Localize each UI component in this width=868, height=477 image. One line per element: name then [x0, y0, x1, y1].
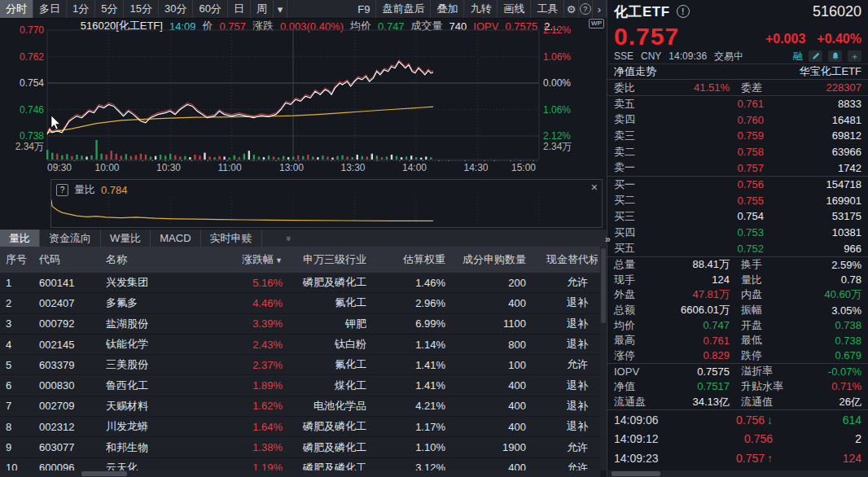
tab-W量比[interactable]: W量比: [101, 230, 151, 247]
table-row-600141[interactable]: 1600141兴发集团5.16%磷肥及磷化工1.46%200允许: [0, 273, 600, 293]
order-book-row-卖五[interactable]: 卖五0.7618833: [607, 96, 868, 112]
cell-subscription-qty: 200: [445, 277, 526, 289]
cell-change-pct: 4.46%: [240, 297, 283, 309]
column-header-代码[interactable]: 代码: [39, 252, 106, 267]
column-header-成分申购数量[interactable]: 成分申购数量: [445, 252, 526, 267]
quote-panel-scrollbar[interactable]: [608, 470, 868, 477]
order-book-row-买一[interactable]: 买一0.756154718: [607, 176, 868, 193]
tick-volume: 124: [773, 452, 861, 465]
toolbar-item-多日[interactable]: 多日: [33, 0, 67, 18]
order-book-row-卖四[interactable]: 卖四0.76016481: [607, 112, 868, 129]
cell-industry: 氟化工: [283, 357, 366, 372]
stat-value: 0.747: [660, 319, 730, 331]
toolbar-item-盘前盘后[interactable]: 盘前盘后: [376, 0, 431, 18]
table-row-002407[interactable]: 2002407多氟多4.46%氟化工2.96%400退补: [0, 293, 600, 313]
book-level-label: 买五: [614, 241, 643, 256]
constituents-table: 序号代码名称涨跌幅▼申万三级行业估算权重成分申购数量现金替代标志 1600141…: [0, 247, 600, 477]
cell-cash-substitute-flag: 退补: [526, 419, 598, 434]
toolbar-item-工具[interactable]: 工具: [531, 0, 564, 18]
toolbar-item-日[interactable]: 日: [228, 0, 251, 18]
order-book-row-买五[interactable]: 买五0.752966: [607, 240, 868, 256]
price-change: +0.003 +0.40%: [765, 32, 861, 49]
order-book: 卖五0.7618833卖四0.76016481卖三0.75969812卖二0.7…: [607, 96, 868, 257]
toolbar-item-分时[interactable]: 分时: [0, 0, 33, 18]
order-book-row-买三[interactable]: 买三0.75453175: [607, 208, 868, 225]
table-row-000792[interactable]: 3000792盐湖股份3.39%钾肥6.99%1100退补: [0, 314, 600, 335]
info-icon[interactable]: !: [677, 5, 690, 18]
x-axis-tick: 11:00: [218, 162, 242, 173]
stat-row-流通盘: 流通盘34.13亿流通值26亿: [607, 394, 868, 409]
order-book-row-卖三[interactable]: 卖三0.75969812: [607, 128, 868, 144]
interval-dropdown-icon[interactable]: ▾: [274, 0, 287, 18]
order-book-row-买二[interactable]: 买二0.755169901: [607, 193, 868, 209]
y-axis-right-tick: 1.06%: [543, 51, 571, 63]
help-icon[interactable]: ?: [579, 0, 593, 18]
security-code: 516020: [813, 3, 861, 20]
toolbar-item-九转[interactable]: 九转: [464, 0, 498, 18]
volume-ratio-value: 0.784: [101, 184, 128, 196]
book-level-label: 卖四: [614, 112, 643, 127]
x-axis-tick: 14:30: [464, 162, 489, 173]
toolbar-item-15分[interactable]: 15分: [124, 0, 158, 18]
toolbar-item-60分[interactable]: 60分: [193, 0, 227, 18]
book-volume: 154718: [764, 178, 861, 190]
table-row-000830[interactable]: 6000830鲁西化工1.89%煤化工1.41%400退补: [0, 375, 600, 396]
table-horizontal-scrollbar[interactable]: [0, 470, 600, 477]
column-header-序号[interactable]: 序号: [0, 252, 39, 267]
toolbar-item-画线[interactable]: 画线: [498, 0, 531, 18]
stat-label: 均价: [614, 318, 660, 333]
help-icon[interactable]: ?: [56, 184, 68, 196]
table-row-002709[interactable]: 7002709天赐材料1.62%电池化学品4.21%400退补: [0, 396, 600, 417]
column-header-申万三级行业[interactable]: 申万三级行业: [283, 252, 366, 267]
tab-量比[interactable]: 量比: [0, 230, 40, 247]
table-row-603379[interactable]: 5603379三美股份2.37%氟化工1.41%100允许: [0, 355, 600, 375]
add-icon[interactable]: ＋: [848, 50, 861, 62]
tab-MACD[interactable]: MACD: [151, 230, 200, 247]
toolbar-more-icon[interactable]: ›: [593, 0, 607, 18]
bell-icon[interactable]: [828, 50, 842, 62]
tab-资金流向[interactable]: 资金流向: [40, 230, 101, 247]
toolbar-item-30分[interactable]: 30分: [159, 0, 193, 18]
tabbar-collapse-icon[interactable]: »: [284, 235, 294, 240]
toolbar-item-1分[interactable]: 1分: [67, 0, 95, 18]
toolbar-item-F9[interactable]: F9: [352, 0, 376, 18]
commission-ratio-row: 委比 41.51% 委差 228307: [607, 80, 868, 96]
toolbar-item-周[interactable]: 周: [251, 0, 274, 18]
cell-index: 1: [0, 277, 39, 289]
nav-row[interactable]: 净值走势 华宝化工ETF: [607, 64, 868, 80]
book-level-label: 买二: [614, 193, 643, 208]
stat-value: 0.7517: [660, 380, 730, 392]
stat-row-均价: 均价0.747开盘0.738: [607, 317, 868, 333]
cell-weight: 1.46%: [366, 277, 445, 289]
table-row-002312[interactable]: 8002312川发龙蟒1.64%磷肥及磷化工1.17%400退补: [0, 417, 600, 437]
stat-value: 3.05%: [795, 304, 861, 317]
column-header-估算权重[interactable]: 估算权重: [366, 252, 445, 267]
column-header-涨跌幅[interactable]: 涨跌幅▼: [240, 252, 283, 267]
column-header-名称[interactable]: 名称: [106, 252, 240, 267]
table-row-603077[interactable]: 9603077和邦生物1.38%磷肥及磷化工1.10%1900允许: [0, 437, 600, 457]
order-book-row-卖二[interactable]: 卖二0.75863966: [607, 144, 868, 160]
book-volume: 966: [764, 243, 861, 255]
toolbar-item-叠加[interactable]: 叠加: [431, 0, 464, 18]
close-icon[interactable]: ×: [591, 182, 598, 193]
edit-icon[interactable]: [809, 50, 822, 62]
indicator-tabbar: 量比资金流向W量比MACD实时申赎»: [0, 230, 607, 247]
toolbar-item-5分[interactable]: 5分: [95, 0, 124, 18]
order-book-row-卖一[interactable]: 卖一0.7571742: [607, 160, 868, 176]
y-axis-left-tick: 0.738: [20, 130, 44, 142]
stat-label: IOPV: [614, 365, 660, 378]
book-volume: 10381: [764, 226, 861, 238]
column-header-现金替代标志[interactable]: 现金替代标志: [526, 252, 598, 267]
y-axis-left-tick: 0.746: [20, 104, 44, 116]
weibi-label: 委比: [614, 81, 660, 95]
gear-icon[interactable]: ⚙: [564, 0, 578, 18]
tab-实时申赎[interactable]: 实时申赎: [201, 230, 262, 247]
panel-expand-icon[interactable]: »: [605, 234, 611, 245]
order-book-row-买四[interactable]: 买四0.75310381: [607, 225, 868, 241]
table-row-002145[interactable]: 4002145钛能化学2.43%钛白粉1.14%800退补: [0, 335, 600, 355]
intraday-chart[interactable]: 0.7700.7620.7540.7460.7382.12%1.06%0.00%…: [0, 24, 607, 161]
y-axis-left-tick: 0.762: [20, 51, 44, 63]
book-level-label: 买三: [614, 209, 643, 224]
cell-subscription-qty: 100: [445, 359, 526, 371]
table-vertical-scrollbar[interactable]: [600, 247, 607, 470]
